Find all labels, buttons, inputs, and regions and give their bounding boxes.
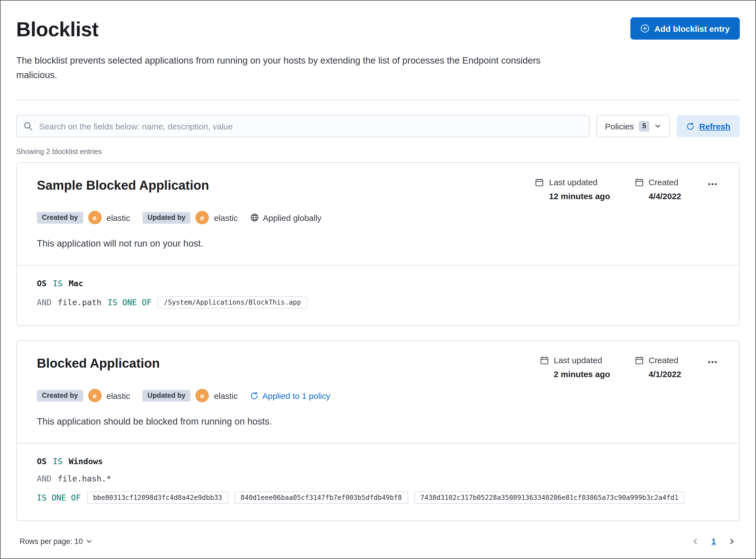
criteria-conjunction: AND bbox=[37, 474, 51, 483]
criteria-line: OS IS Mac bbox=[37, 279, 719, 288]
updated-by-badge: Updated by bbox=[143, 390, 190, 401]
entry-criteria: OS IS Windows AND file.hash.* IS ONE OF … bbox=[17, 443, 739, 520]
created-by-badge: Created by bbox=[37, 390, 83, 401]
page-header: Blocklist Add blocklist entry bbox=[16, 17, 740, 41]
last-updated-value: 2 minutes ago bbox=[554, 369, 610, 379]
criteria-value-chip: 840d1eee06baa05cf3147fb7ef003b5dfdb49bf8 bbox=[235, 492, 408, 504]
pagination-page-1[interactable]: 1 bbox=[711, 537, 716, 546]
created-by-group: Created by e elastic bbox=[37, 389, 130, 402]
blocklist-entry-card: Blocked Application Last updated 2 minut… bbox=[16, 340, 740, 521]
entry-actions-menu-button[interactable] bbox=[706, 355, 719, 369]
criteria-value-chip: /System/Applications/BlockThis.app bbox=[158, 296, 307, 309]
refresh-button[interactable]: Refresh bbox=[677, 115, 740, 137]
created-by-user: elastic bbox=[106, 213, 130, 223]
entry-title: Blocked Application bbox=[37, 355, 160, 372]
last-updated-label: Last updated bbox=[554, 355, 610, 365]
criteria-value-chip: bbe80313cf12098d3fc4d8a42e9dbb33 bbox=[87, 492, 228, 504]
criteria-os-value: Mac bbox=[69, 279, 83, 288]
boxes-horizontal-icon bbox=[708, 358, 717, 366]
policies-count-badge: 5 bbox=[639, 121, 649, 132]
refresh-label: Refresh bbox=[699, 121, 730, 131]
entry-title: Sample Blocked Application bbox=[37, 178, 209, 194]
created-label: Created bbox=[649, 178, 681, 187]
chevron-down-icon bbox=[86, 538, 92, 544]
applied-globally-text: Applied globally bbox=[263, 213, 321, 223]
entry-actions-menu-button[interactable] bbox=[706, 178, 719, 191]
entry-attribution-row: Created by e elastic Updated by e elasti… bbox=[37, 211, 719, 225]
criteria-os-operator: IS bbox=[53, 279, 63, 288]
search-input[interactable] bbox=[16, 115, 589, 137]
chevron-right-icon bbox=[728, 538, 735, 545]
applied-policy-text: Applied to 1 policy bbox=[262, 391, 330, 400]
updated-by-badge: Updated by bbox=[143, 212, 190, 224]
criteria-field: file.hash.* bbox=[58, 474, 111, 483]
toolbar: Policies 5 Refresh bbox=[16, 115, 740, 137]
refresh-icon bbox=[686, 122, 695, 131]
globe-icon bbox=[250, 214, 259, 222]
pagination-next-button[interactable] bbox=[727, 537, 736, 546]
created-value: 4/1/2022 bbox=[649, 369, 681, 379]
criteria-os-value: Windows bbox=[69, 457, 103, 466]
policies-filter-button[interactable]: Policies 5 bbox=[596, 115, 670, 137]
boxes-horizontal-icon bbox=[708, 180, 717, 189]
chevron-left-icon bbox=[692, 538, 699, 545]
updated-by-user: elastic bbox=[214, 213, 238, 223]
add-blocklist-entry-label: Add blocklist entry bbox=[654, 24, 730, 33]
created-by-badge: Created by bbox=[37, 212, 83, 224]
policies-filter-label: Policies bbox=[605, 121, 634, 131]
list-footer: Rows per page: 10 1 bbox=[16, 537, 740, 546]
created-meta: Created 4/4/2022 bbox=[634, 178, 681, 201]
search-icon bbox=[23, 122, 33, 131]
blocklist-page: Blocklist Add blocklist entry The blockl… bbox=[0, 0, 756, 559]
updated-by-user: elastic bbox=[214, 391, 238, 400]
criteria-os-field: OS bbox=[37, 457, 47, 466]
applied-policy-link[interactable]: Applied to 1 policy bbox=[250, 391, 330, 400]
plus-in-circle-icon bbox=[641, 24, 649, 33]
calendar-icon bbox=[535, 178, 544, 187]
entry-meta: Last updated 2 minutes ago Cr bbox=[540, 355, 719, 379]
pagination: 1 bbox=[691, 537, 736, 546]
criteria-conjunction: AND bbox=[37, 298, 51, 307]
page-title: Blocklist bbox=[16, 17, 99, 41]
last-updated-value: 12 minutes ago bbox=[549, 192, 610, 201]
entry-meta: Last updated 12 minutes ago C bbox=[535, 178, 719, 201]
criteria-field: file.path bbox=[58, 298, 101, 307]
created-meta: Created 4/1/2022 bbox=[634, 355, 681, 379]
entry-description: This application should be blocked from … bbox=[37, 415, 719, 428]
blocklist-entry-card: Sample Blocked Application Last updated … bbox=[16, 163, 740, 326]
created-label: Created bbox=[649, 355, 681, 365]
calendar-icon bbox=[634, 356, 644, 365]
criteria-os-field: OS bbox=[37, 279, 47, 288]
rows-per-page-button[interactable]: Rows per page: 10 bbox=[20, 537, 92, 545]
applied-globally: Applied globally bbox=[250, 213, 321, 223]
entry-attribution-row: Created by e elastic Updated by e elasti… bbox=[37, 389, 719, 402]
created-by-user: elastic bbox=[106, 391, 130, 400]
entry-criteria: OS IS Mac AND file.path IS ONE OF /Syste… bbox=[17, 265, 739, 325]
rows-per-page-label: Rows per page: 10 bbox=[20, 537, 83, 545]
header-divider bbox=[16, 100, 740, 101]
entry-description: This application will not run on your ho… bbox=[37, 237, 719, 251]
criteria-operator: IS ONE OF bbox=[108, 298, 152, 307]
criteria-value-chip: 7438d3102c317b05228a350891363340206e81cf… bbox=[414, 492, 685, 504]
avatar: e bbox=[88, 389, 101, 402]
avatar: e bbox=[88, 211, 101, 225]
criteria-line: AND file.hash.* bbox=[37, 474, 719, 483]
avatar: e bbox=[195, 389, 209, 402]
criteria-os-operator: IS bbox=[53, 457, 63, 466]
pagination-previous-button[interactable] bbox=[691, 537, 700, 546]
chevron-down-icon bbox=[654, 123, 661, 130]
updated-by-group: Updated by e elastic bbox=[143, 389, 238, 402]
page-description: The blocklist prevents selected applicat… bbox=[16, 53, 544, 82]
add-blocklist-entry-button[interactable]: Add blocklist entry bbox=[630, 17, 740, 40]
calendar-icon bbox=[634, 178, 644, 187]
criteria-line: AND file.path IS ONE OF /System/Applicat… bbox=[37, 296, 719, 309]
criteria-operator: IS ONE OF bbox=[37, 493, 81, 502]
created-by-group: Created by e elastic bbox=[37, 211, 130, 225]
updated-by-group: Updated by e elastic bbox=[143, 211, 238, 225]
last-updated-meta: Last updated 2 minutes ago bbox=[540, 355, 610, 379]
policy-sync-icon bbox=[250, 392, 258, 400]
criteria-line: OS IS Windows bbox=[37, 457, 719, 466]
calendar-icon bbox=[540, 356, 549, 365]
created-value: 4/4/2022 bbox=[649, 192, 681, 201]
criteria-line: IS ONE OF bbe80313cf12098d3fc4d8a42e9dbb… bbox=[37, 492, 719, 504]
